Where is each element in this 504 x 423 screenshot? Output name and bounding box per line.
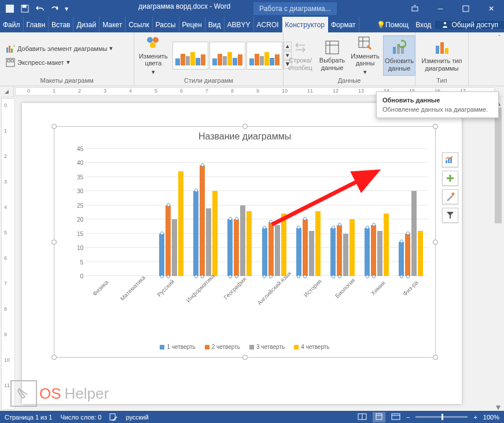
- select-data-button[interactable]: Выбрать данные: [317, 35, 347, 76]
- close-icon[interactable]: ✕: [479, 0, 504, 17]
- add-element-icon: +: [6, 44, 15, 53]
- svg-point-14: [153, 37, 159, 43]
- tell-me[interactable]: 💡 Помощ: [374, 21, 411, 29]
- word-app-icon[interactable]: [2, 1, 17, 16]
- resize-handle[interactable]: [51, 240, 57, 245]
- save-icon[interactable]: [17, 1, 32, 16]
- undo-icon[interactable]: [32, 1, 47, 16]
- chart-filter-button[interactable]: [442, 208, 458, 223]
- chart-plot-area[interactable]: 051015202530354045: [86, 149, 428, 276]
- style-thumb-3[interactable]: [247, 42, 282, 69]
- tooltip-body: Обновление данных на диаграмме.: [382, 106, 488, 113]
- tab-abbyy[interactable]: ABBYY: [225, 17, 254, 32]
- ruler-corner[interactable]: ◢: [0, 86, 14, 97]
- quick-layout-icon: [6, 58, 15, 67]
- zoom-value[interactable]: 100%: [483, 414, 499, 421]
- zoom-out-icon[interactable]: −: [406, 414, 410, 421]
- tooltip-title: Обновить данные: [382, 97, 492, 104]
- quick-layout-button[interactable]: Экспресс-макет ▾: [3, 57, 72, 68]
- svg-rect-27: [451, 192, 455, 196]
- qat-customize-icon[interactable]: ▾: [62, 1, 71, 16]
- tab-review[interactable]: Рецен: [179, 17, 205, 32]
- tab-layout[interactable]: Макет: [100, 17, 126, 32]
- chart-styles-button[interactable]: [442, 189, 458, 204]
- refresh-data-tooltip: Обновить данные Обновление данных на диа…: [376, 91, 499, 118]
- svg-rect-22: [440, 42, 444, 54]
- share-button[interactable]: Общий доступ: [435, 21, 504, 29]
- chart-elements-button[interactable]: [442, 152, 458, 167]
- status-words[interactable]: Число слов: 0: [60, 414, 101, 421]
- refresh-data-label: Обновить данные: [385, 57, 414, 72]
- svg-rect-6: [6, 47, 8, 53]
- redo-icon[interactable]: [47, 1, 62, 16]
- edit-data-icon: [357, 35, 373, 52]
- view-print-icon[interactable]: [373, 412, 385, 422]
- tab-references[interactable]: Ссылк: [126, 17, 153, 32]
- add-chart-element-button[interactable]: +Добавить элемент диаграммы ▾: [3, 43, 115, 54]
- resize-handle[interactable]: [242, 355, 248, 360]
- svg-rect-8: [11, 49, 13, 53]
- vertical-scrollbar[interactable]: ▴ ▾: [494, 97, 503, 411]
- tab-mailings[interactable]: Рассы: [153, 17, 179, 32]
- style-thumb-2[interactable]: [209, 42, 245, 69]
- resize-handle[interactable]: [51, 355, 57, 360]
- status-page[interactable]: Страница 1 из 1: [5, 414, 52, 421]
- minimize-icon[interactable]: ─: [428, 0, 453, 17]
- switch-icon: [292, 39, 308, 56]
- svg-rect-11: [8, 60, 10, 62]
- chart-title[interactable]: Название диаграммы: [54, 127, 435, 144]
- tab-design[interactable]: Дизай: [73, 17, 100, 32]
- watermark-text2: Helper: [65, 385, 109, 403]
- status-language[interactable]: русский: [126, 414, 148, 421]
- resize-handle[interactable]: [433, 240, 438, 245]
- resize-handle[interactable]: [433, 355, 438, 360]
- chart-add-button[interactable]: [442, 171, 458, 186]
- group-layouts-label: Макеты диаграмм: [2, 77, 131, 84]
- chart-object[interactable]: Название диаграммы 051015202530354045 Фи…: [54, 126, 436, 358]
- login-button[interactable]: Вход: [413, 21, 434, 29]
- context-tab-label: Работа с диаграмма...: [253, 2, 337, 15]
- tab-view[interactable]: Вид: [205, 17, 225, 32]
- svg-rect-16: [326, 41, 339, 54]
- svg-point-13: [147, 37, 153, 43]
- svg-point-5: [444, 22, 446, 24]
- status-proofing-icon[interactable]: [109, 413, 117, 422]
- chart-type-icon: [433, 39, 451, 56]
- change-chart-type-button[interactable]: Изменить тип диаграммы: [418, 35, 466, 76]
- svg-rect-24: [446, 160, 447, 163]
- zoom-in-icon[interactable]: +: [473, 414, 477, 421]
- zoom-slider[interactable]: [415, 416, 468, 418]
- tab-constructor[interactable]: Конструктор: [282, 17, 328, 32]
- resize-handle[interactable]: [242, 124, 248, 129]
- chart-styles-gallery[interactable]: ▴ ▾ ▼: [172, 42, 292, 69]
- tab-insert[interactable]: Встав: [49, 17, 73, 32]
- chart-legend[interactable]: 1 четверть2 четверть3 четверть4 четверть: [54, 344, 435, 350]
- select-data-icon: [324, 39, 340, 56]
- maximize-icon[interactable]: [453, 0, 479, 17]
- tab-home[interactable]: Главн: [24, 17, 49, 32]
- resize-handle[interactable]: [433, 124, 438, 129]
- refresh-data-button[interactable]: Обновить данные: [383, 35, 415, 76]
- change-colors-button[interactable]: Изменить цвета▾: [137, 35, 170, 76]
- view-read-icon[interactable]: [358, 413, 367, 421]
- tab-acrobat[interactable]: ACROI: [254, 17, 282, 32]
- svg-rect-0: [6, 5, 14, 13]
- change-colors-label: Изменить цвета: [139, 53, 168, 67]
- group-type-label: Тип: [418, 77, 466, 84]
- scrollbar-thumb[interactable]: [495, 108, 502, 223]
- vertical-ruler[interactable]: 01234567891011: [1, 98, 15, 410]
- tab-file[interactable]: Файл: [0, 17, 24, 32]
- tab-format[interactable]: Формат: [328, 17, 359, 32]
- resize-handle[interactable]: [51, 124, 57, 129]
- switch-row-column-button[interactable]: Строка/ столбец: [286, 35, 315, 76]
- svg-rect-12: [11, 60, 13, 62]
- ribbon-options-icon[interactable]: [402, 0, 428, 17]
- style-thumb-1[interactable]: [172, 42, 208, 69]
- collapse-ribbon-icon[interactable]: ˆ: [469, 32, 504, 86]
- tell-me-label: Помощ: [385, 21, 409, 29]
- document-title: диаграмма ворд.docx - Word: [138, 2, 230, 15]
- view-web-icon[interactable]: [391, 413, 400, 421]
- edit-data-button[interactable]: Изменить данны▾: [350, 35, 381, 76]
- svg-rect-18: [393, 47, 396, 54]
- quick-layout-label: Экспресс-макет: [17, 59, 64, 66]
